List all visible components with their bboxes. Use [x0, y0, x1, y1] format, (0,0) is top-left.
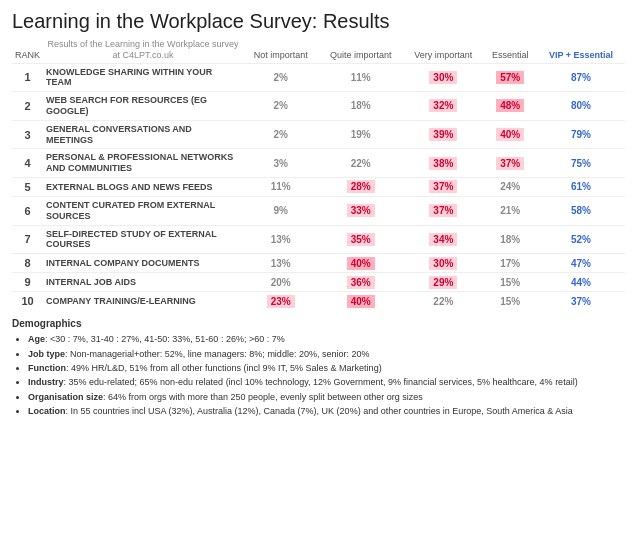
rank-cell: 8: [12, 254, 43, 273]
vip-cell: 61%: [537, 177, 625, 196]
rank-cell: 9: [12, 273, 43, 292]
subtitle-cell: Results of the Learning in the Workplace…: [43, 37, 243, 63]
essential-cell: 15%: [484, 273, 537, 292]
very-cell: 22%: [403, 292, 483, 311]
essential-header: Essential: [484, 37, 537, 63]
essential-cell: 15%: [484, 292, 537, 311]
not-cell: 2%: [243, 92, 318, 121]
vip-cell: 79%: [537, 120, 625, 149]
vip-cell: 87%: [537, 63, 625, 92]
not-cell: 9%: [243, 196, 318, 225]
not-cell: 11%: [243, 177, 318, 196]
not-cell: 23%: [243, 292, 318, 311]
very-cell: 37%: [403, 196, 483, 225]
demo-label: Industry: [28, 377, 64, 387]
not-cell: 13%: [243, 225, 318, 254]
table-row: 3 GENERAL CONVERSATIONS AND MEETINGS 2% …: [12, 120, 625, 149]
demographics-heading: Demographics: [12, 318, 625, 329]
table-row: 2 WEB SEARCH FOR RESOURCES (EG GOOGLE) 2…: [12, 92, 625, 121]
rank-cell: 7: [12, 225, 43, 254]
very-cell: 32%: [403, 92, 483, 121]
quite-cell: 36%: [318, 273, 403, 292]
rank-cell: 10: [12, 292, 43, 311]
quite-cell: 22%: [318, 149, 403, 178]
table-row: 4 PERSONAL & PROFESSIONAL NETWORKS AND C…: [12, 149, 625, 178]
demo-item: Function: 49% HR/L&D, 51% from all other…: [28, 361, 625, 375]
table-row: 6 CONTENT CURATED FROM EXTERNAL SOURCES …: [12, 196, 625, 225]
subtitle-line2: at C4LPT.co.uk: [113, 50, 174, 60]
demo-label: Age: [28, 334, 45, 344]
subtitle-line1: Results of the Learning in the Workplace…: [48, 39, 239, 49]
not-important-header: Not important: [243, 37, 318, 63]
essential-cell: 18%: [484, 225, 537, 254]
vip-cell: 75%: [537, 149, 625, 178]
vip-cell: 80%: [537, 92, 625, 121]
demo-text: : 64% from orgs with more than 250 peopl…: [103, 392, 423, 402]
table-row: 10 COMPANY TRAINING/E-LEARNING 23% 40% 2…: [12, 292, 625, 311]
quite-cell: 11%: [318, 63, 403, 92]
rank-cell: 2: [12, 92, 43, 121]
very-cell: 30%: [403, 63, 483, 92]
quite-cell: 19%: [318, 120, 403, 149]
demo-label: Location: [28, 406, 66, 416]
very-cell: 37%: [403, 177, 483, 196]
demo-text: : In 55 countries incl USA (32%), Austra…: [66, 406, 573, 416]
essential-cell: 37%: [484, 149, 537, 178]
quite-cell: 40%: [318, 292, 403, 311]
very-cell: 34%: [403, 225, 483, 254]
vip-cell: 47%: [537, 254, 625, 273]
table-row: 1 KNOWLEDGE SHARING WITHIN YOUR TEAM 2% …: [12, 63, 625, 92]
quite-cell: 35%: [318, 225, 403, 254]
very-important-header: Very important: [403, 37, 483, 63]
rank-header: RANK: [12, 37, 43, 63]
page-title: Learning in the Workplace Survey: Result…: [12, 10, 625, 33]
demo-label: Job type: [28, 349, 65, 359]
demo-text: : 35% edu-related; 65% non-edu related (…: [64, 377, 578, 387]
rank-cell: 6: [12, 196, 43, 225]
very-cell: 39%: [403, 120, 483, 149]
table-row: 7 SELF-DIRECTED STUDY OF EXTERNAL COURSE…: [12, 225, 625, 254]
essential-cell: 57%: [484, 63, 537, 92]
table-row: 8 INTERNAL COMPANY DOCUMENTS 13% 40% 30%…: [12, 254, 625, 273]
label-cell: GENERAL CONVERSATIONS AND MEETINGS: [43, 120, 243, 149]
demo-item: Job type: Non-managerial+other: 52%, lin…: [28, 347, 625, 361]
label-cell: KNOWLEDGE SHARING WITHIN YOUR TEAM: [43, 63, 243, 92]
demographics-list: Age: <30 : 7%, 31-40 : 27%, 41-50: 33%, …: [12, 332, 625, 418]
demo-text: : 49% HR/L&D, 51% from all other functio…: [66, 363, 382, 373]
label-cell: WEB SEARCH FOR RESOURCES (EG GOOGLE): [43, 92, 243, 121]
vip-header: VIP + Essential: [537, 37, 625, 63]
demo-item: Industry: 35% edu-related; 65% non-edu r…: [28, 375, 625, 389]
quite-cell: 18%: [318, 92, 403, 121]
not-cell: 2%: [243, 120, 318, 149]
results-table: RANK Results of the Learning in the Work…: [12, 37, 625, 310]
rank-cell: 5: [12, 177, 43, 196]
label-cell: SELF-DIRECTED STUDY OF EXTERNAL COURSES: [43, 225, 243, 254]
table-row: 9 INTERNAL JOB AIDS 20% 36% 29% 15% 44%: [12, 273, 625, 292]
very-cell: 30%: [403, 254, 483, 273]
demo-item: Age: <30 : 7%, 31-40 : 27%, 41-50: 33%, …: [28, 332, 625, 346]
very-cell: 29%: [403, 273, 483, 292]
label-cell: INTERNAL COMPANY DOCUMENTS: [43, 254, 243, 273]
essential-cell: 40%: [484, 120, 537, 149]
vip-cell: 58%: [537, 196, 625, 225]
quite-important-header: Quite important: [318, 37, 403, 63]
quite-cell: 28%: [318, 177, 403, 196]
essential-cell: 21%: [484, 196, 537, 225]
label-cell: INTERNAL JOB AIDS: [43, 273, 243, 292]
demo-item: Organisation size: 64% from orgs with mo…: [28, 390, 625, 404]
demo-text: : Non-managerial+other: 52%, line manage…: [65, 349, 369, 359]
demo-label: Organisation size: [28, 392, 103, 402]
not-cell: 13%: [243, 254, 318, 273]
label-cell: PERSONAL & PROFESSIONAL NETWORKS AND COM…: [43, 149, 243, 178]
not-cell: 3%: [243, 149, 318, 178]
demo-label: Function: [28, 363, 66, 373]
not-cell: 2%: [243, 63, 318, 92]
essential-cell: 24%: [484, 177, 537, 196]
demo-text: : <30 : 7%, 31-40 : 27%, 41-50: 33%, 51-…: [45, 334, 285, 344]
quite-cell: 40%: [318, 254, 403, 273]
demographics-section: Demographics Age: <30 : 7%, 31-40 : 27%,…: [12, 318, 625, 418]
not-cell: 20%: [243, 273, 318, 292]
label-cell: EXTERNAL BLOGS AND NEWS FEEDS: [43, 177, 243, 196]
very-cell: 38%: [403, 149, 483, 178]
label-cell: CONTENT CURATED FROM EXTERNAL SOURCES: [43, 196, 243, 225]
